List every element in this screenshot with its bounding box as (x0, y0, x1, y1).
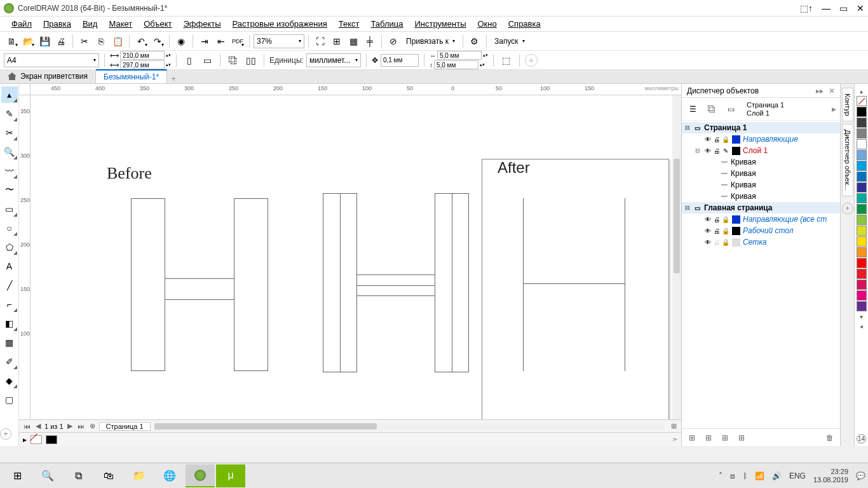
color-swatch[interactable] (857, 118, 867, 128)
horizontal-ruler[interactable]: 450 400 350 300 250 200 150 100 50 0 50 … (19, 84, 681, 95)
print-icon[interactable]: 🖨 (712, 215, 721, 224)
tab-welcome[interactable]: Экран приветствия (0, 69, 96, 83)
wifi-icon[interactable]: 📶 (755, 471, 764, 480)
drawing-canvas[interactable]: Before After (31, 95, 681, 419)
delete-button[interactable]: 🗑 (824, 431, 836, 444)
tree-master-page[interactable]: ⊟ ▭ Главная страница (682, 202, 840, 214)
color-swatch[interactable] (857, 182, 867, 193)
layer-color-swatch[interactable] (732, 227, 740, 235)
paste-button[interactable]: 📋 (110, 34, 125, 49)
color-swatch[interactable] (857, 161, 867, 171)
color-swatch[interactable] (857, 258, 867, 268)
page-width-input[interactable]: 210,0 мм (120, 51, 165, 60)
tray-chevron-icon[interactable]: ˄ (719, 471, 722, 480)
maximize-button[interactable]: ▭ (839, 3, 848, 13)
menu-help[interactable]: Справка (503, 18, 546, 30)
menu-edit[interactable]: Правка (38, 18, 76, 30)
tree-layer-1[interactable]: ⊟ 👁🖨✎ Слой 1 (682, 145, 840, 156)
options-button[interactable]: ⚙ (467, 34, 482, 49)
search-button[interactable]: 🔍 (33, 464, 62, 487)
prev-page-button[interactable]: ◀ (33, 422, 43, 430)
rulers-button[interactable]: ⊞ (329, 34, 344, 49)
menu-window[interactable]: Окно (472, 18, 501, 30)
units-combo[interactable]: миллимет...▾ (306, 53, 361, 67)
color-swatch[interactable] (857, 193, 867, 203)
tree-master-guides[interactable]: 👁🖨🔒 Направляющие (все ст (682, 214, 840, 225)
horizontal-scrollbar[interactable] (154, 423, 665, 430)
new-master-layer-button[interactable]: ⊞ (702, 431, 715, 444)
menu-text[interactable]: Текст (334, 18, 365, 30)
search-content-button[interactable]: ◉ (173, 34, 189, 49)
color-swatch[interactable] (857, 107, 867, 117)
page-tab-1[interactable]: Страница 1 (99, 422, 151, 431)
layer-manager-view-button[interactable]: ☰ (686, 102, 700, 116)
edge-button[interactable]: 🌐 (155, 464, 184, 487)
color-swatch[interactable] (857, 301, 867, 311)
color-swatch[interactable] (857, 247, 867, 257)
dropbox-icon[interactable]: ⧈ (730, 471, 735, 480)
tree-curve[interactable]: 〰Кривая (682, 168, 840, 179)
ruler-origin[interactable] (19, 84, 31, 95)
docker-collapse-icon[interactable]: ▸▸ (816, 86, 824, 95)
redo-button[interactable]: ↷ (150, 34, 165, 49)
lock-icon[interactable]: 🔒 (721, 227, 729, 235)
minimize-button[interactable]: — (822, 3, 831, 13)
coreldraw-taskbar-button[interactable] (186, 464, 215, 487)
add-docker-button[interactable]: + (842, 203, 853, 214)
volume-icon[interactable]: 🔊 (772, 471, 782, 480)
scroll-right-icon[interactable]: ≫ (672, 437, 677, 442)
export-button[interactable]: ⇤ (214, 34, 229, 49)
zoom-tool[interactable]: 🔍 (1, 144, 18, 160)
layer-color-swatch[interactable] (732, 215, 740, 224)
connector-tool[interactable]: ⌐ (1, 296, 18, 313)
drop-shadow-tool[interactable]: ◧ (1, 315, 18, 332)
treat-as-filled-button[interactable]: ⬚ (499, 53, 514, 68)
all-pages-button[interactable]: ⿻ (226, 53, 241, 68)
print-icon[interactable]: 🖨 (712, 227, 721, 235)
open-button[interactable]: 📂 (20, 34, 36, 49)
eye-icon[interactable]: 👁 (703, 135, 712, 144)
menu-effects[interactable]: Эффекты (179, 18, 226, 30)
docker-close-icon[interactable]: ✕ (829, 86, 835, 95)
interactive-fill-tool[interactable]: ◆ (1, 372, 18, 389)
color-swatch[interactable] (857, 128, 867, 139)
color-swatch[interactable] (857, 236, 867, 247)
snap-to-button[interactable]: Привязать к (402, 34, 459, 49)
shape-tool[interactable]: ✎ (1, 105, 18, 122)
pick-tool[interactable]: ▴ (1, 86, 18, 103)
new-layer-button[interactable]: ⊞ (686, 431, 698, 444)
tab-document[interactable]: Безымянный-1* (96, 69, 167, 83)
dupx-input[interactable]: 5,0 мм (437, 51, 482, 60)
flyout-icon[interactable]: ▶ (832, 106, 836, 112)
artistic-media-tool[interactable]: 〜 (1, 182, 18, 198)
page-size-combo[interactable]: A4▾ (4, 53, 99, 67)
dupy-input[interactable]: 5,0 мм (434, 60, 478, 69)
tree-curve[interactable]: 〰Кривая (682, 156, 840, 168)
copy-button[interactable]: ⎘ (93, 34, 109, 49)
tree-curve[interactable]: 〰Кривая (682, 179, 840, 191)
collapse-icon[interactable]: ⊟ (684, 205, 691, 211)
explorer-button[interactable]: 📁 (125, 464, 154, 487)
lock-icon[interactable]: 🔒 (721, 135, 729, 144)
quick-customize-button[interactable]: + (0, 428, 11, 440)
layer-color-swatch[interactable] (732, 135, 740, 144)
import-button[interactable]: ⇥ (197, 34, 212, 49)
outline-swatch[interactable] (46, 435, 57, 444)
side-tab-object-manager[interactable]: Диспетчер объек... (842, 124, 853, 196)
zoom-combo[interactable]: 37%▾ (254, 34, 304, 48)
tree-page-1[interactable]: ⊟ ▭ Страница 1 (682, 122, 840, 133)
new-master-layer-all-button[interactable]: ⊞ (719, 431, 731, 444)
bluetooth-icon[interactable]: ᛒ (743, 471, 747, 480)
menu-bitmaps[interactable]: Растровые изображения (227, 18, 332, 30)
rectangle-tool[interactable]: ▭ (1, 201, 18, 217)
undo-button[interactable]: ↶ (133, 34, 149, 49)
action-center-icon[interactable]: 💬 (856, 471, 865, 480)
print-button[interactable]: 🖨 (53, 34, 69, 49)
tree-guides[interactable]: 👁🖨🔒 Направляющие (682, 133, 840, 145)
landscape-button[interactable]: ▭ (200, 53, 215, 68)
menu-view[interactable]: Вид (78, 18, 103, 30)
menu-file[interactable]: Файл (6, 18, 37, 30)
edit-icon[interactable]: ✎ (721, 147, 729, 155)
color-swatch[interactable] (857, 204, 867, 214)
snap-off-button[interactable]: ⊘ (386, 34, 401, 49)
